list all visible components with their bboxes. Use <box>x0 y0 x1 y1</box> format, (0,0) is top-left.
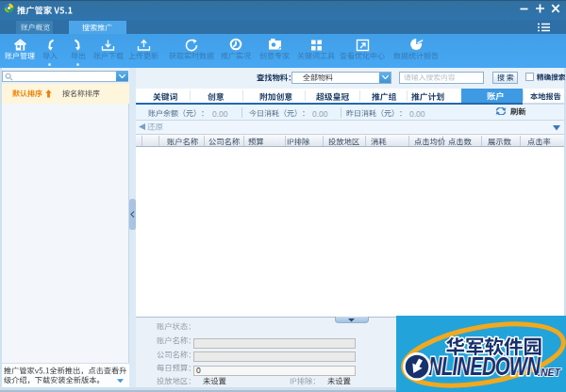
svg-text:.NET: .NET <box>538 367 562 378</box>
svg-text:NLINEDOWN: NLINEDOWN <box>428 351 541 381</box>
